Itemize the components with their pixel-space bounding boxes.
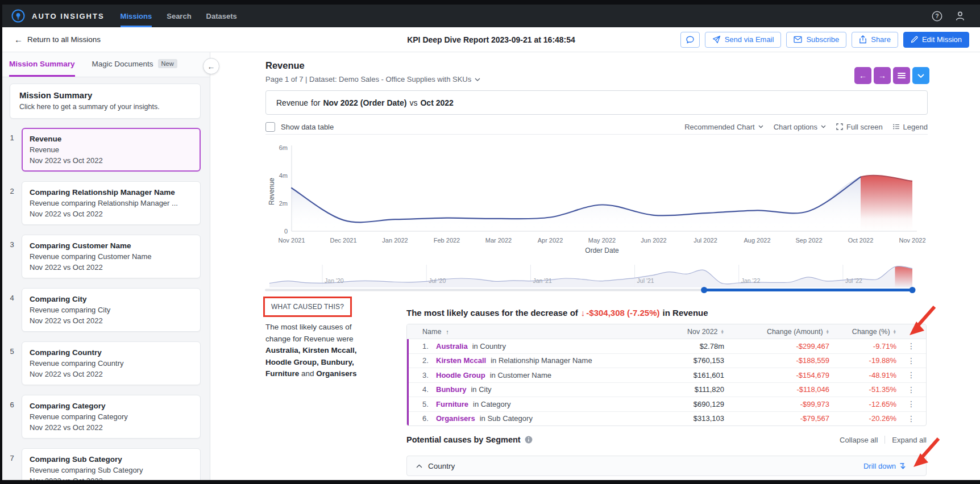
sidebar-tabs: Mission Summary Magic Documents New <box>2 52 210 77</box>
back-to-missions-link[interactable]: ← Return to all Missions <box>14 35 101 44</box>
next-page-button[interactable]: → <box>874 67 891 84</box>
what-caused-this-label: WHAT CAUSED THIS? <box>263 297 352 317</box>
row-menu-kebab-icon[interactable]: ⋮ <box>896 385 926 394</box>
cause-link[interactable]: Kirsten Mccall <box>436 356 486 365</box>
filter-summary-bar[interactable]: Revenue for Nov 2022 (Order Date) vs Oct… <box>265 90 928 115</box>
svg-text:Jan '20: Jan '20 <box>325 277 344 284</box>
cause-link[interactable]: Furniture <box>436 400 468 408</box>
svg-text:6m: 6m <box>279 144 288 151</box>
mission-item-6: 6 Comparing Category Revenue comparing C… <box>2 395 201 439</box>
chart-options-dropdown[interactable]: Chart options <box>774 123 826 131</box>
svg-text:Jul '22: Jul '22 <box>845 277 862 284</box>
nav-tab-datasets[interactable]: Datasets <box>206 5 237 27</box>
svg-text:Order Date: Order Date <box>585 247 619 254</box>
previous-page-button[interactable]: ← <box>854 67 871 84</box>
nav-tabs: Missions Search Datasets <box>121 5 237 27</box>
svg-text:Jul '20: Jul '20 <box>429 277 446 284</box>
mission-card-relationship-manager[interactable]: Comparing Relationship Manager Name Reve… <box>22 181 201 225</box>
insight-paragraph: The most likely causes of change for Rev… <box>265 322 377 380</box>
chart-options-group: Recommended Chart Chart options Full scr… <box>684 123 928 131</box>
summary-card-title: Mission Summary <box>19 90 191 100</box>
collapse-all-button[interactable]: Collapse all <box>840 436 878 444</box>
row-menu-kebab-icon[interactable]: ⋮ <box>896 370 926 379</box>
cause-link[interactable]: Organisers <box>436 414 475 423</box>
chat-bubble-icon <box>686 35 695 44</box>
column-header-change-amount[interactable]: Change (Amount) ▲▼ <box>724 328 829 336</box>
share-button[interactable]: Share <box>852 32 898 48</box>
column-header-change-pct[interactable]: Change (%) ▲▼ <box>829 328 896 336</box>
purple-accent-bar <box>407 339 409 425</box>
svg-text:Revenue: Revenue <box>268 178 276 205</box>
row-menu-kebab-icon[interactable]: ⋮ <box>896 399 926 408</box>
row-menu-kebab-icon[interactable]: ⋮ <box>896 414 926 423</box>
mission-card-city[interactable]: Comparing City Revenue comparing City No… <box>22 288 201 332</box>
page-menu-button[interactable] <box>893 67 910 84</box>
segment-country-label: Country <box>416 462 455 470</box>
nav-tab-search[interactable]: Search <box>167 5 191 27</box>
expand-all-button[interactable]: Expand all <box>892 436 927 444</box>
down-arrow-icon: ↓ <box>581 308 585 318</box>
sort-asc-icon: ↑ <box>446 328 449 335</box>
page-dropdown-button[interactable] <box>912 67 929 84</box>
svg-text:Jun 2022: Jun 2022 <box>641 237 666 244</box>
recommended-chart-dropdown[interactable]: Recommended Chart <box>684 123 763 131</box>
summary-card-subtitle: Click here to get a summary of your insi… <box>19 103 191 111</box>
mission-card-category[interactable]: Comparing Category Revenue comparing Cat… <box>22 395 201 439</box>
full-screen-button[interactable]: Full screen <box>836 123 883 131</box>
subscribe-button[interactable]: Subscribe <box>786 32 846 48</box>
row-menu-kebab-icon[interactable]: ⋮ <box>896 356 926 365</box>
chevron-down-icon <box>758 125 763 128</box>
info-icon[interactable] <box>525 436 533 444</box>
tab-mission-summary[interactable]: Mission Summary <box>9 52 75 77</box>
auto-insights-logo-icon <box>11 9 25 23</box>
chevron-up-icon[interactable] <box>416 464 422 468</box>
svg-text:?: ? <box>935 12 939 19</box>
envelope-icon <box>794 36 802 43</box>
send-via-email-button[interactable]: Send via Email <box>705 32 782 48</box>
mission-card-revenue[interactable]: Revenue Revenue Nov 2022 vs Oct 2022 <box>22 128 201 172</box>
column-header-nov-2022[interactable]: Nov 2022 ▲▼ <box>639 328 724 336</box>
svg-text:Mar 2022: Mar 2022 <box>485 237 512 244</box>
svg-text:Nov 2021: Nov 2021 <box>278 237 305 244</box>
send-icon <box>712 35 721 44</box>
revenue-chart-svg: 02m4m6mRevenueNov 2021Dec 2021Jan 2022Fe… <box>265 137 928 257</box>
segment-country-row[interactable]: Country Drill down <box>406 456 927 476</box>
share-icon <box>859 35 867 44</box>
svg-text:Aug 2022: Aug 2022 <box>744 237 770 244</box>
column-header-name[interactable]: Name ↑ <box>407 328 639 336</box>
segments-actions: Collapse all Expand all <box>840 436 927 444</box>
chevron-down-icon <box>821 125 826 128</box>
row-menu-kebab-icon[interactable]: ⋮ <box>896 341 926 351</box>
help-icon[interactable]: ? <box>932 11 942 22</box>
sidebar-collapse-button[interactable]: ← <box>203 58 219 74</box>
nav-tab-missions[interactable]: Missions <box>121 5 152 27</box>
cause-link[interactable]: Hoodle Group <box>436 371 485 379</box>
show-data-table-checkbox[interactable] <box>265 122 275 132</box>
edit-mission-button[interactable]: Edit Mission <box>903 32 969 48</box>
time-range-scrubber[interactable]: Jan '20Jul '20Jan '21Jul '21Jan '22Jul '… <box>265 264 928 293</box>
drill-down-icon <box>899 462 907 470</box>
mission-card-country[interactable]: Comparing Country Revenue comparing Coun… <box>22 341 201 385</box>
cause-link[interactable]: Australia <box>436 342 468 351</box>
svg-text:Apr 2022: Apr 2022 <box>538 237 563 244</box>
chevron-down-icon <box>917 74 924 78</box>
scrubber-svg[interactable]: Jan '20Jul '20Jan '21Jul '21Jan '22Jul '… <box>265 264 928 293</box>
causes-table-body: 1.Australiain Country $2.78m -$299,467 -… <box>407 339 926 425</box>
mission-sidebar: Mission Summary Magic Documents New Miss… <box>2 52 210 480</box>
page-meta[interactable]: Page 1 of 7 | Dataset: Demo Sales - Offi… <box>265 75 480 84</box>
mission-summary-card[interactable]: Mission Summary Click here to get a summ… <box>10 84 201 119</box>
collapse-arrow-icon: ← <box>207 62 215 71</box>
tab-magic-documents[interactable]: Magic Documents New <box>92 52 177 77</box>
user-profile-icon[interactable] <box>955 11 965 21</box>
svg-text:Jan 2022: Jan 2022 <box>382 237 408 244</box>
svg-text:Jul '21: Jul '21 <box>637 277 654 284</box>
svg-text:Sep 2022: Sep 2022 <box>795 237 822 244</box>
causes-headline: The most likely causes for the decrease … <box>406 308 708 318</box>
cause-link[interactable]: Bunbury <box>436 385 466 394</box>
comment-button[interactable] <box>680 32 700 48</box>
mission-card-customer-name[interactable]: Comparing Customer Name Revenue comparin… <box>22 235 201 278</box>
mission-item-3: 3 Comparing Customer Name Revenue compar… <box>2 235 201 278</box>
mission-card-sub-category[interactable]: Comparing Sub Category Revenue comparing… <box>22 448 201 480</box>
legend-button[interactable]: Legend <box>893 123 928 131</box>
drill-down-link[interactable]: Drill down <box>863 462 907 470</box>
